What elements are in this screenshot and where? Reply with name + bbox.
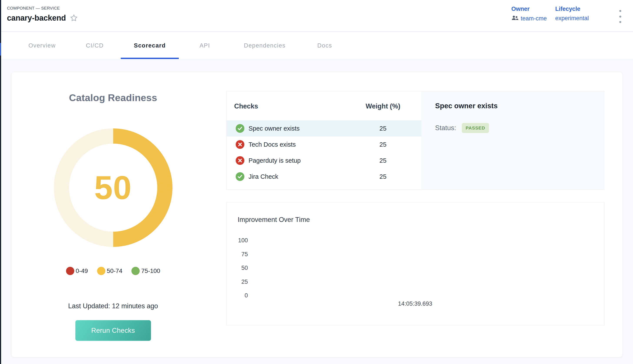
- tab-overview[interactable]: Overview: [22, 32, 62, 59]
- check-name: Jira Check: [249, 173, 278, 180]
- kebab-menu-button[interactable]: [616, 10, 624, 24]
- chart-title: Improvement Over Time: [238, 216, 310, 224]
- legend-item-0-49: 0-49: [66, 267, 88, 275]
- check-name: Tech Docs exists: [249, 141, 296, 148]
- score-gauge: 50: [54, 128, 172, 247]
- y-axis-tick: 0: [226, 292, 248, 299]
- checks-column-header: Checks: [234, 102, 258, 110]
- kebab-icon: [619, 10, 621, 12]
- check-weight: 25: [365, 125, 401, 132]
- catalog-readiness-section: Catalog Readiness 50 0-4950-7475-100 Las…: [0, 72, 226, 357]
- check-name: Pagerduty is setup: [249, 157, 301, 164]
- check-detail-panel: Spec owner exists Status: PASSED: [421, 91, 604, 190]
- tab-bar: OverviewCI/CDScorecardAPIDependenciesDoc…: [1, 32, 633, 59]
- score-legend: 0-4950-7475-100: [66, 267, 160, 275]
- rerun-checks-button[interactable]: Rerun Checks: [75, 320, 151, 341]
- legend-dot-icon: [97, 267, 105, 275]
- legend-label: 50-74: [107, 268, 122, 274]
- left-rail-active-indicator: [0, 43, 1, 56]
- title-row: canary-backend: [7, 14, 78, 22]
- group-icon: [511, 15, 519, 22]
- improvement-chart-panel: Improvement Over Time 100755025014:05:39…: [226, 202, 604, 326]
- owner-block: Owner team-cme: [511, 6, 547, 22]
- last-updated-text: Last Updated: 12 minutes ago: [68, 302, 158, 310]
- tab-ci-cd[interactable]: CI/CD: [77, 32, 112, 59]
- legend-label: 75-100: [141, 268, 160, 274]
- entity-header: COMPONENT — SERVICE canary-backend Owner: [1, 0, 633, 32]
- owner-value: team-cme: [521, 15, 547, 22]
- check-circle-icon: [236, 172, 244, 182]
- check-circle-icon: [236, 124, 244, 134]
- owner-link[interactable]: team-cme: [511, 15, 547, 22]
- tab-dependencies[interactable]: Dependencies: [238, 32, 292, 59]
- app-root: COMPONENT — SERVICE canary-backend Owner: [0, 0, 633, 364]
- checks-panel: Checks Weight (%) Spec owner exists25Tec…: [226, 91, 604, 190]
- tab-docs[interactable]: Docs: [307, 32, 342, 59]
- status-badge: PASSED: [462, 123, 489, 133]
- score-value: 50: [94, 169, 132, 207]
- y-axis-tick: 50: [226, 264, 248, 271]
- owner-label: Owner: [511, 6, 547, 12]
- legend-dot-icon: [131, 267, 140, 275]
- favorite-star-icon[interactable]: [69, 14, 78, 22]
- legend-label: 0-49: [76, 268, 88, 274]
- x-circle-icon: [236, 156, 244, 166]
- y-axis-tick: 100: [226, 237, 248, 244]
- lifecycle-value: experimental: [555, 15, 589, 22]
- y-axis-tick: 25: [226, 278, 248, 285]
- tab-scorecard[interactable]: Scorecard: [127, 32, 172, 59]
- legend-item-75-100: 75-100: [131, 267, 160, 275]
- check-row-spec-owner-exists[interactable]: Spec owner exists25: [227, 120, 421, 136]
- lifecycle-block: Lifecycle experimental: [555, 6, 589, 22]
- x-circle-icon: [236, 140, 244, 150]
- breadcrumb: COMPONENT — SERVICE: [7, 6, 60, 11]
- check-row-pagerduty-is-setup[interactable]: Pagerduty is setup25: [227, 152, 421, 168]
- check-detail-title: Spec owner exists: [435, 102, 498, 110]
- check-weight: 25: [365, 141, 401, 148]
- check-weight: 25: [365, 173, 401, 180]
- lifecycle-label: Lifecycle: [555, 6, 589, 12]
- x-axis-tick: 14:05:39.693: [398, 300, 432, 307]
- check-weight: 25: [365, 157, 401, 164]
- y-axis-tick: 75: [226, 251, 248, 258]
- legend-dot-icon: [66, 267, 74, 275]
- weight-column-header: Weight (%): [365, 102, 401, 110]
- left-rail: [0, 0, 1, 364]
- check-row-tech-docs-exists[interactable]: Tech Docs exists25: [227, 136, 421, 152]
- status-label: Status:: [435, 124, 456, 132]
- page-title: canary-backend: [7, 14, 66, 22]
- legend-item-50-74: 50-74: [97, 267, 122, 275]
- tab-api[interactable]: API: [187, 32, 222, 59]
- scorecard-title: Catalog Readiness: [69, 92, 157, 104]
- check-row-jira-check[interactable]: Jira Check25: [227, 168, 421, 184]
- check-name: Spec owner exists: [249, 125, 300, 132]
- status-row: Status: PASSED: [435, 123, 489, 133]
